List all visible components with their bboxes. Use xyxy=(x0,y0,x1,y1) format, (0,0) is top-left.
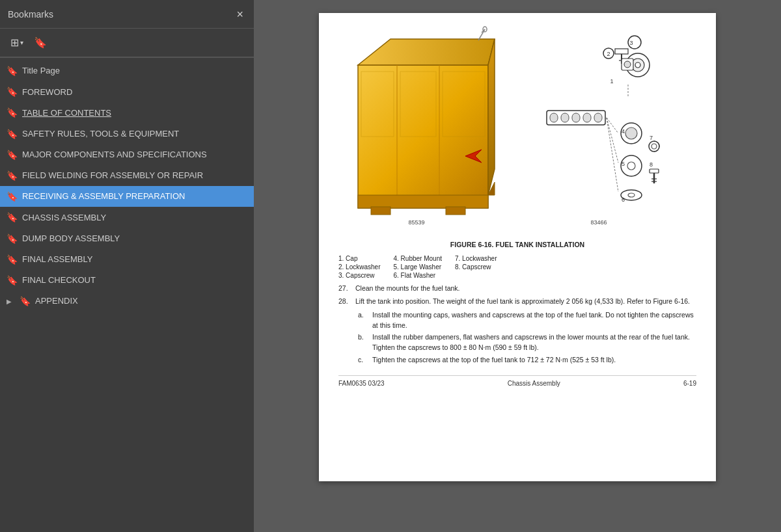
inst-sub-text: Tighten the capscrews at the top of the … xyxy=(372,354,616,365)
bookmark-new-button[interactable]: 🔖 xyxy=(31,34,49,51)
bookmark-item-foreword[interactable]: 🔖 FOREWORD xyxy=(0,81,254,102)
part-item: 6. Flat Washer xyxy=(393,272,442,279)
bookmark-marker-icon: 🔖 xyxy=(7,128,17,140)
footer-center: Chassis Assembly xyxy=(508,380,560,387)
part-item: 4. Rubber Mount xyxy=(393,255,442,262)
svg-rect-52 xyxy=(650,169,659,173)
svg-line-37 xyxy=(607,118,618,133)
bookmark-marker-icon: 🔖 xyxy=(7,65,17,77)
bookmark-item-safety[interactable]: 🔖 SAFETY RULES, TOOLS & EQUIPMENT xyxy=(0,124,254,144)
bookmark-label: FOREWORD xyxy=(22,86,246,98)
bookmark-label: SAFETY RULES, TOOLS & EQUIPMENT xyxy=(22,128,246,140)
bookmark-item-field-welding[interactable]: 🔖 FIELD WELDING FOR ASSEMBLY OR REPAIR xyxy=(0,165,254,186)
svg-marker-2 xyxy=(488,39,495,195)
bookmark-item-appendix[interactable]: ▶ 🔖 APPENDIX xyxy=(0,291,254,312)
svg-text:5: 5 xyxy=(622,161,625,167)
bookmark-item-final-assembly[interactable]: 🔖 FINAL ASSEMBLY xyxy=(0,249,254,270)
svg-text:7: 7 xyxy=(650,135,653,141)
bookmark-label: FINAL CHECKOUT xyxy=(22,274,246,286)
inst-number: 27. xyxy=(338,283,351,293)
bookmark-label: RECEIVING & ASSEMBLY PREPARATION xyxy=(22,191,246,202)
instruction-28c: c. Tighten the capscrews at the top of t… xyxy=(358,354,696,365)
svg-text:2: 2 xyxy=(607,51,610,57)
svg-marker-1 xyxy=(358,39,495,65)
sidebar-title: Bookmarks xyxy=(8,9,53,20)
svg-rect-33 xyxy=(561,113,569,122)
parts-col-3: 7. Lockwasher 8. Capscrew xyxy=(455,255,497,279)
expand-arrow-icon: ▶ xyxy=(7,297,12,306)
bookmark-marker-icon: 🔖 xyxy=(20,295,30,307)
bookmark-label: Title Page xyxy=(22,65,246,77)
svg-point-28 xyxy=(624,61,631,68)
svg-rect-8 xyxy=(358,195,488,208)
sidebar-header: Bookmarks × xyxy=(0,0,254,29)
svg-text:85539: 85539 xyxy=(408,219,424,226)
sidebar-toolbar: ⊞ ▾ 🔖 xyxy=(0,29,254,57)
parts-list: 1. Cap 2. Lockwasher 3. Capscrew 4. Rubb… xyxy=(338,255,696,279)
bookmark-label: CHASSIS ASSEMBLY xyxy=(22,212,246,224)
parts-col-1: 1. Cap 2. Lockwasher 3. Capscrew xyxy=(338,255,380,279)
bookmark-item-major-components[interactable]: 🔖 MAJOR COMPONENTS AND SPECIFICATIONS xyxy=(0,144,254,165)
instruction-28a: a. Install the mounting caps, washers an… xyxy=(358,310,696,331)
bookmark-label: APPENDIX xyxy=(35,295,246,307)
inst-sub-label: b. xyxy=(358,332,368,353)
bookmark-label: MAJOR COMPONENTS AND SPECIFICATIONS xyxy=(22,149,246,161)
svg-point-47 xyxy=(628,193,635,197)
bookmark-marker-icon: 🔖 xyxy=(7,233,17,245)
bookmark-label: FINAL ASSEMBLY xyxy=(22,254,246,265)
page-footer: FAM0635 03/23 Chassis Assembly 6-19 xyxy=(338,375,696,387)
part-item: 1. Cap xyxy=(338,255,380,262)
bookmark-label: FIELD WELDING FOR ASSEMBLY OR REPAIR xyxy=(22,170,246,181)
parts-diagram: 3 2 xyxy=(534,26,696,228)
bookmark-label: TABLE OF CONTENTS xyxy=(22,107,246,119)
svg-text:8: 8 xyxy=(650,161,653,168)
svg-text:1: 1 xyxy=(610,78,613,85)
bookmark-item-chassis-assembly[interactable]: 🔖 CHASSIS ASSEMBLY xyxy=(0,207,254,228)
bookmark-item-title-page[interactable]: 🔖 Title Page xyxy=(0,60,254,81)
svg-text:4: 4 xyxy=(622,128,625,135)
inst-number: 28. xyxy=(338,296,351,306)
inst-sub-label: c. xyxy=(358,354,368,365)
svg-point-41 xyxy=(625,127,637,139)
bookmark-item-dump-body[interactable]: 🔖 DUMP BODY ASSEMBLY xyxy=(0,228,254,249)
bookmark-marker-icon: 🔖 xyxy=(7,254,17,265)
svg-rect-35 xyxy=(583,113,591,122)
svg-rect-15 xyxy=(446,207,465,215)
svg-rect-14 xyxy=(371,207,390,215)
footer-left: FAM0635 03/23 xyxy=(338,380,385,387)
inst-text: Lift the tank into position. The weight … xyxy=(355,296,690,306)
bookmark-marker-icon: 🔖 xyxy=(7,274,17,286)
bookmark-marker-icon: 🔖 xyxy=(7,107,17,118)
instruction-27: 27. Clean the mounts for the fuel tank. xyxy=(338,283,696,293)
svg-line-38 xyxy=(607,118,618,163)
svg-text:6: 6 xyxy=(622,196,625,203)
svg-rect-34 xyxy=(572,113,580,122)
part-item: 8. Capscrew xyxy=(455,263,497,271)
bookmark-item-final-checkout[interactable]: 🔖 FINAL CHECKOUT xyxy=(0,270,254,291)
page-figures: 85539 3 xyxy=(338,26,696,234)
svg-rect-32 xyxy=(550,113,558,122)
part-item: 5. Large Washer xyxy=(393,263,442,271)
bookmark-marker-icon: 🔖 xyxy=(7,149,17,161)
fuel-tank-illustration: 85539 xyxy=(338,26,521,234)
bookmark-item-toc[interactable]: 🔖 TABLE OF CONTENTS xyxy=(0,102,254,123)
parts-col-2: 4. Rubber Mount 5. Large Washer 6. Flat … xyxy=(393,255,442,279)
instructions: 27. Clean the mounts for the fuel tank. … xyxy=(338,283,696,365)
svg-point-26 xyxy=(635,62,640,68)
grid-view-button[interactable]: ⊞ ▾ xyxy=(8,34,26,51)
page-container[interactable]: 85539 3 xyxy=(254,0,781,532)
bookmark-item-receiving-assembly[interactable]: 🔖 RECEIVING & ASSEMBLY PREPARATION xyxy=(0,186,254,207)
bookmark-list: 🔖 Title Page 🔖 FOREWORD 🔖 TABLE OF CONTE… xyxy=(0,58,254,532)
part-item: 7. Lockwasher xyxy=(455,255,497,262)
close-button[interactable]: × xyxy=(234,7,246,21)
svg-text:3: 3 xyxy=(629,40,633,46)
main-content: 85539 3 xyxy=(254,0,781,532)
footer-right: 6-19 xyxy=(683,380,696,387)
svg-rect-36 xyxy=(594,113,602,122)
svg-point-50 xyxy=(651,144,657,149)
inst-text: Clean the mounts for the fuel tank. xyxy=(355,283,460,293)
bookmark-marker-icon: 🔖 xyxy=(7,191,17,202)
bookmark-label: DUMP BODY ASSEMBLY xyxy=(22,233,246,245)
svg-rect-19 xyxy=(615,49,628,54)
pdf-page: 85539 3 xyxy=(319,13,716,481)
